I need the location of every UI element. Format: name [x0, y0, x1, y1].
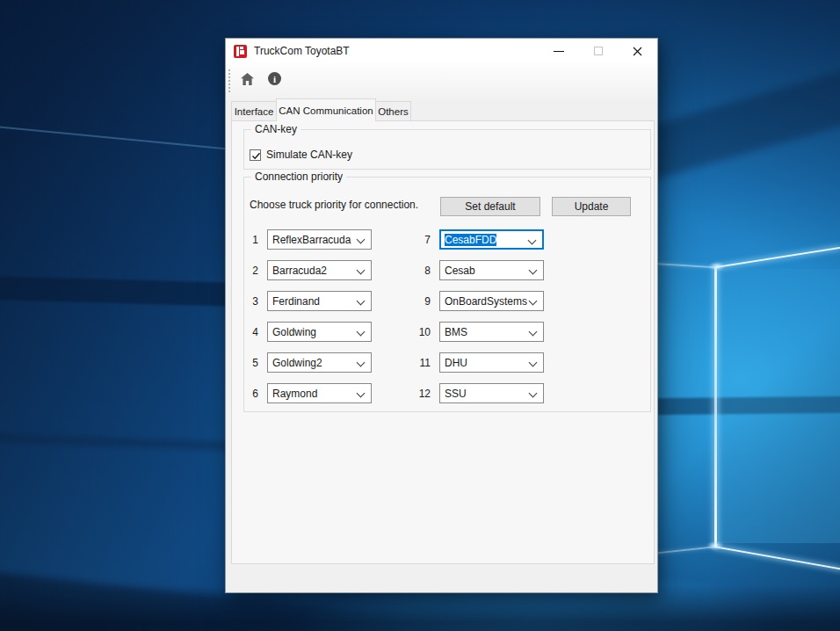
truck-combobox-1[interactable]: ReflexBarracuda — [267, 229, 372, 250]
combobox-value: OnBoardSystems — [445, 295, 527, 308]
priority-number: 10 — [416, 326, 431, 338]
minimize-button[interactable] — [539, 39, 578, 63]
titlebar: TruckCom ToyotaBT — [226, 39, 657, 63]
priority-number: 8 — [416, 265, 431, 277]
group-can-key: CAN-key Simulate CAN-key — [243, 129, 651, 170]
chevron-down-icon — [528, 236, 537, 245]
checkmark-icon — [250, 150, 262, 162]
priority-slot-2: 2Barracuda2 — [244, 260, 376, 280]
wallpaper-glow-bottom-corner — [706, 541, 724, 550]
truck-combobox-11[interactable]: DHU — [439, 352, 544, 373]
combobox-value: CesabFDD — [445, 234, 496, 246]
update-button[interactable]: Update — [552, 197, 631, 216]
priority-number: 2 — [244, 265, 258, 277]
priority-number: 1 — [244, 234, 258, 246]
priority-number: 12 — [416, 388, 431, 400]
truck-combobox-8[interactable]: Cesab — [439, 260, 544, 280]
chevron-down-icon — [357, 297, 366, 306]
chevron-down-icon — [529, 297, 538, 306]
home-icon[interactable] — [240, 72, 255, 86]
priority-number: 11 — [416, 357, 431, 369]
combobox-value: Goldwing — [272, 326, 316, 338]
wallpaper-logo-left-edge — [714, 267, 717, 547]
combobox-value: SSU — [445, 388, 467, 400]
priority-slot-3: 3Ferdinand — [244, 291, 376, 311]
combobox-value: Raymond — [272, 388, 317, 400]
truck-combobox-10[interactable]: BMS — [439, 322, 544, 342]
simulate-can-key-checkbox[interactable] — [250, 149, 261, 161]
tab-others[interactable]: Others — [375, 101, 411, 120]
tab-can-communication[interactable]: CAN Communication — [276, 98, 376, 121]
close-icon — [633, 47, 642, 56]
chevron-down-icon — [357, 236, 366, 244]
simulate-can-key-label: Simulate CAN-key — [266, 149, 352, 161]
priority-slot-1: 1ReflexBarracuda — [244, 229, 376, 250]
combobox-value: BMS — [445, 326, 467, 338]
priority-slot-9: 9OnBoardSystems — [416, 291, 548, 311]
maximize-icon — [594, 47, 603, 55]
combobox-value: Barracuda2 — [272, 265, 327, 277]
priority-number: 4 — [244, 326, 258, 338]
combobox-value: ReflexBarracuda — [272, 234, 351, 246]
caption-buttons — [539, 39, 657, 63]
app-window: TruckCom ToyotaBT i Interface CAN Commun… — [225, 38, 658, 593]
priority-number: 3 — [244, 295, 258, 308]
chevron-down-icon — [357, 266, 366, 275]
combobox-value: Goldwing2 — [272, 357, 322, 369]
truck-combobox-6[interactable]: Raymond — [267, 383, 372, 403]
truck-combobox-9[interactable]: OnBoardSystems — [439, 291, 544, 311]
priority-caption: Choose truck priority for connection. — [250, 199, 418, 211]
group-connection-priority: Connection priority Choose truck priorit… — [243, 177, 651, 412]
chevron-down-icon — [529, 389, 538, 398]
truck-combobox-7[interactable]: CesabFDD — [439, 229, 544, 250]
truck-combobox-5[interactable]: Goldwing2 — [267, 352, 372, 373]
toolbar: i — [226, 63, 657, 100]
group-can-key-label: CAN-key — [251, 123, 301, 135]
chevron-down-icon — [529, 328, 538, 337]
priority-number: 5 — [244, 357, 258, 369]
info-icon[interactable]: i — [268, 72, 281, 85]
app-icon — [234, 45, 247, 58]
tab-interface[interactable]: Interface — [231, 101, 277, 120]
close-button[interactable] — [618, 39, 657, 63]
priority-slot-12: 12SSU — [416, 383, 548, 403]
chevron-down-icon — [529, 359, 538, 367]
combobox-value: Cesab — [445, 265, 475, 277]
minimize-icon — [554, 51, 564, 52]
set-default-button[interactable]: Set default — [440, 197, 540, 216]
truck-combobox-2[interactable]: Barracuda2 — [267, 260, 372, 280]
group-connection-priority-label: Connection priority — [251, 170, 346, 183]
window-title: TruckCom ToyotaBT — [254, 45, 350, 57]
priority-number: 9 — [416, 295, 431, 308]
truck-combobox-3[interactable]: Ferdinand — [267, 291, 372, 311]
combobox-value: Ferdinand — [272, 295, 320, 308]
wallpaper-glow-top-corner — [708, 262, 726, 271]
priority-number: 6 — [244, 388, 258, 400]
priority-slot-11: 11DHU — [416, 352, 548, 373]
combobox-value: DHU — [445, 357, 467, 369]
wallpaper-logo-pane — [718, 269, 840, 543]
chevron-down-icon — [357, 328, 366, 337]
chevron-down-icon — [357, 359, 366, 367]
priority-slot-10: 10BMS — [416, 322, 548, 342]
tab-page-can-communication: CAN-key Simulate CAN-key Connection prio… — [231, 120, 655, 564]
priority-slot-8: 8Cesab — [416, 260, 548, 280]
priority-slot-5: 5Goldwing2 — [244, 352, 376, 373]
chevron-down-icon — [357, 389, 366, 398]
priority-number: 7 — [416, 234, 431, 246]
truck-combobox-4[interactable]: Goldwing — [267, 322, 372, 342]
priority-slot-7: 7CesabFDD — [416, 229, 548, 250]
toolbar-grip[interactable] — [228, 69, 230, 94]
priority-slot-6: 6Raymond — [244, 383, 376, 403]
priority-slot-4: 4Goldwing — [244, 322, 376, 342]
chevron-down-icon — [529, 266, 538, 275]
maximize-button[interactable] — [578, 39, 618, 63]
truck-combobox-12[interactable]: SSU — [439, 383, 544, 403]
